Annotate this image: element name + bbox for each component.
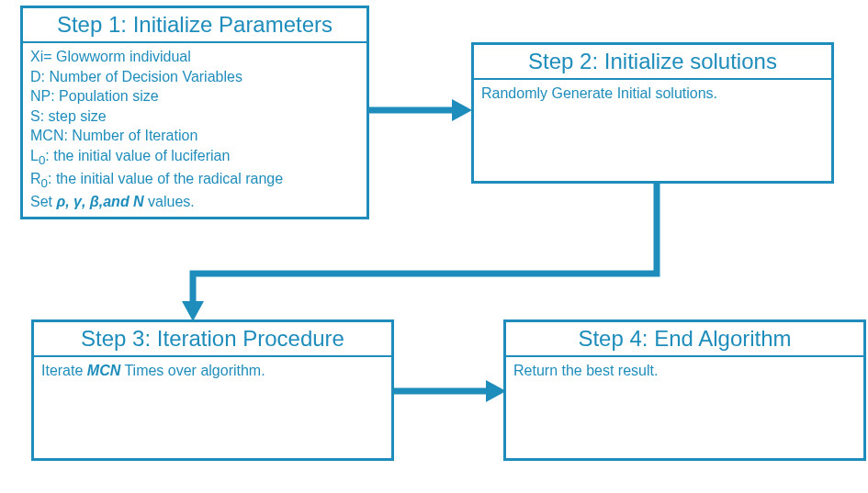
step1-line: Xi= Glowworm individual [30, 47, 359, 67]
svg-marker-2 [182, 301, 204, 321]
arrow-step1-to-step2 [369, 92, 479, 129]
step1-line: L0: the initial value of luciferian [30, 146, 359, 169]
step1-line: MCN: Number of Iteration [30, 126, 359, 146]
step3-content: Iterate MCN Times over algorithm. [34, 357, 391, 385]
step4-content: Return the best result. [506, 357, 863, 385]
step1-line: D: Number of Decision Variables [30, 67, 359, 87]
step4-box: Step 4: End Algorithm Return the best re… [503, 319, 866, 461]
arrow-step2-to-step3 [179, 182, 666, 329]
step2-box: Step 2: Initialize solutions Randomly Ge… [471, 42, 834, 184]
step1-line: S: step size [30, 106, 359, 127]
arrow-step3-to-step4 [394, 373, 513, 409]
step2-title: Step 2: Initialize solutions [474, 45, 831, 80]
svg-marker-1 [452, 99, 472, 121]
svg-marker-4 [486, 380, 506, 402]
step3-box: Step 3: Iteration Procedure Iterate MCN … [31, 319, 394, 461]
step1-line: NP: Population size [30, 86, 359, 106]
step1-title: Step 1: Initialize Parameters [23, 8, 366, 43]
step2-content: Randomly Generate Initial solutions. [474, 80, 831, 107]
